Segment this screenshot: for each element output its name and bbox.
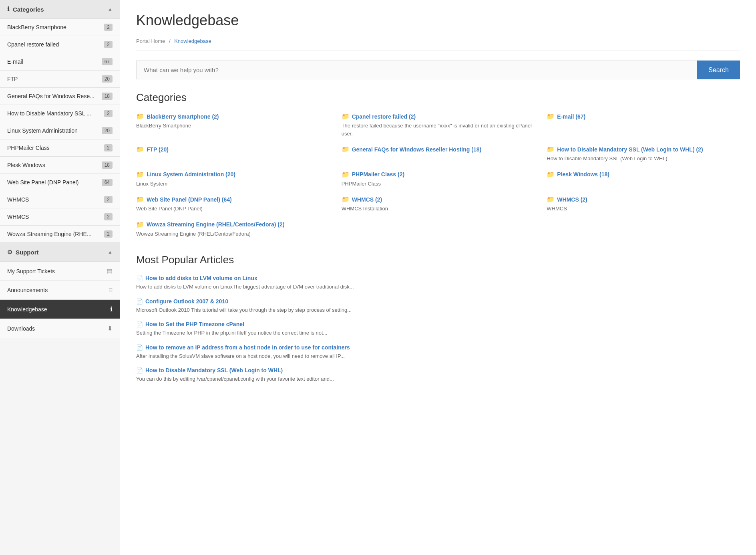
category-desc: PHPMailer Class — [342, 180, 535, 188]
category-title[interactable]: 📁 Wowza Streaming Engine (RHEL/Centos/Fe… — [136, 221, 330, 228]
main-category-card: 📁 PHPMailer Class (2) PHPMailer Class — [342, 171, 535, 188]
sidebar-cat-count: 2 — [104, 144, 113, 151]
breadcrumb-home[interactable]: Portal Home — [136, 38, 165, 44]
sidebar-cat-label: Cpanel restore failed — [7, 41, 59, 48]
sidebar-cat-label: FTP — [7, 76, 18, 82]
category-title[interactable]: 📁 FTP (20) — [136, 145, 330, 153]
main-categories-grid: 📁 BlackBerry Smartphone (2) BlackBerry S… — [136, 113, 740, 238]
folder-icon: 📁 — [136, 196, 144, 203]
main-category-card: 📁 Plesk Windows (18) — [547, 171, 740, 188]
sidebar-support-header[interactable]: ⊙ Support ▲ — [0, 243, 120, 262]
category-title[interactable]: 📁 WHMCS (2) — [547, 196, 740, 203]
article-title[interactable]: 📄 How to Disable Mandatory SSL (Web Logi… — [136, 367, 740, 373]
sidebar-category-item[interactable]: Linux System Administration 20 — [0, 122, 120, 139]
sidebar-support-item-my-support-tickets[interactable]: My Support Tickets ▤ — [0, 262, 120, 281]
sidebar-category-item[interactable]: E-mail 67 — [0, 53, 120, 71]
sidebar-category-item[interactable]: FTP 20 — [0, 71, 120, 88]
sidebar-category-item[interactable]: PHPMailer Class 2 — [0, 139, 120, 157]
support-item-icon: ≡ — [109, 287, 113, 294]
sidebar-cat-count: 2 — [104, 196, 113, 203]
category-title[interactable]: 📁 Web Site Panel (DNP Panel) (64) — [136, 196, 330, 203]
support-header-label: Support — [16, 249, 39, 256]
main-content: Knowledgebase Portal Home / Knowledgebas… — [120, 0, 756, 555]
sidebar-cat-count: 18 — [102, 93, 113, 100]
search-input[interactable] — [136, 61, 697, 79]
sidebar-category-item[interactable]: Cpanel restore failed 2 — [0, 36, 120, 53]
article-desc: You can do this by editing /var/cpanel/c… — [136, 375, 740, 383]
article-title[interactable]: 📄 How to Set the PHP Timezone cPanel — [136, 321, 740, 327]
article-item: 📄 How to remove an IP address from a hos… — [136, 344, 740, 360]
main-category-card: 📁 Web Site Panel (DNP Panel) (64) Web Si… — [136, 196, 330, 213]
category-title[interactable]: 📁 BlackBerry Smartphone (2) — [136, 113, 330, 120]
category-title[interactable]: 📁 Linux System Administration (20) — [136, 171, 330, 178]
document-icon: 📄 — [136, 367, 143, 373]
search-button[interactable]: Search — [697, 61, 740, 79]
category-title[interactable]: 📁 Cpanel restore failed (2) — [342, 113, 535, 120]
sidebar-category-item[interactable]: WHMCS 2 — [0, 191, 120, 208]
category-title[interactable]: 📁 E-mail (67) — [547, 113, 740, 120]
article-title[interactable]: 📄 Configure Outlook 2007 & 2010 — [136, 298, 740, 305]
breadcrumb: Portal Home / Knowledgebase — [136, 38, 740, 50]
sidebar-category-item[interactable]: How to Disable Mandatory SSL ... 2 — [0, 105, 120, 122]
article-desc: Setting the Timezone for PHP in the php.… — [136, 329, 740, 337]
sidebar-cat-label: E-mail — [7, 59, 23, 65]
category-desc: WHMCS Installation — [342, 205, 535, 213]
article-title[interactable]: 📄 How to add disks to LVM volume on Linu… — [136, 275, 740, 281]
sidebar-cat-label: How to Disable Mandatory SSL ... — [7, 110, 91, 117]
sidebar-support-item-announcements[interactable]: Announcements ≡ — [0, 281, 120, 300]
category-title[interactable]: 📁 Plesk Windows (18) — [547, 171, 740, 178]
category-title[interactable]: 📁 PHPMailer Class (2) — [342, 171, 535, 178]
category-desc: BlackBerry Smartphone — [136, 122, 330, 130]
category-title[interactable]: 📁 General FAQs for Windows Reseller Host… — [342, 145, 535, 153]
sidebar-category-item[interactable]: WHMCS 2 — [0, 208, 120, 226]
folder-icon: 📁 — [342, 113, 350, 120]
article-desc: How to add disks to LVM volume on LinuxT… — [136, 283, 740, 291]
sidebar-support-list: My Support Tickets ▤ Announcements ≡ Kno… — [0, 262, 120, 338]
main-category-card: 📁 BlackBerry Smartphone (2) BlackBerry S… — [136, 113, 330, 137]
sidebar-category-item[interactable]: BlackBerry Smartphone 2 — [0, 19, 120, 36]
sidebar-cat-label: Web Site Panel (DNP Panel) — [7, 179, 78, 186]
document-icon: 📄 — [136, 321, 143, 327]
sidebar-cat-label: WHMCS — [7, 214, 29, 220]
category-title[interactable]: 📁 How to Disable Mandatory SSL (Web Logi… — [547, 145, 740, 153]
chevron-up-icon-support: ▲ — [108, 249, 113, 255]
page-title: Knowledgebase — [136, 12, 740, 29]
sidebar-cat-label: PHPMailer Class — [7, 145, 50, 151]
sidebar-cat-label: WHMCS — [7, 196, 29, 203]
support-item-icon: ℹ — [110, 305, 113, 313]
sidebar-category-item[interactable]: Plesk Windows 18 — [0, 157, 120, 174]
document-icon: 📄 — [136, 344, 143, 351]
support-item-label: My Support Tickets — [7, 268, 55, 274]
sidebar-cat-count: 2 — [104, 24, 113, 31]
chevron-up-icon: ▲ — [108, 6, 113, 12]
main-category-card: 📁 FTP (20) — [136, 145, 330, 163]
sidebar-category-item[interactable]: Wowza Streaming Engine (RHE... 2 — [0, 226, 120, 243]
category-desc: Web Site Panel (DNP Panel) — [136, 205, 330, 213]
support-item-icon: ▤ — [107, 267, 113, 275]
sidebar-categories-list: BlackBerry Smartphone 2 Cpanel restore f… — [0, 19, 120, 243]
sidebar-categories-header[interactable]: ℹ Categories ▲ — [0, 0, 120, 19]
main-category-card: 📁 Linux System Administration (20) Linux… — [136, 171, 330, 188]
main-category-card: 📁 E-mail (67) — [547, 113, 740, 137]
sidebar-category-item[interactable]: Web Site Panel (DNP Panel) 64 — [0, 174, 120, 191]
breadcrumb-current[interactable]: Knowledgebase — [174, 38, 211, 44]
sidebar-cat-count: 2 — [104, 213, 113, 220]
info-icon: ℹ — [7, 6, 10, 13]
sidebar-cat-count: 18 — [102, 161, 113, 169]
sidebar-cat-count: 20 — [102, 127, 113, 134]
category-desc: WHMCS — [547, 205, 740, 213]
sidebar-support-item-knowledgebase[interactable]: Knowledgebase ℹ — [0, 300, 120, 319]
sidebar-category-item[interactable]: General FAQs for Windows Rese... 18 — [0, 88, 120, 105]
category-title[interactable]: 📁 WHMCS (2) — [342, 196, 535, 203]
sidebar-cat-label: Linux System Administration — [7, 127, 78, 134]
article-title[interactable]: 📄 How to remove an IP address from a hos… — [136, 344, 740, 351]
category-desc: Wowza Streaming Engine (RHEL/Centos/Fedo… — [136, 230, 330, 238]
support-item-label: Knowledgebase — [7, 306, 47, 313]
sidebar-cat-count: 67 — [102, 58, 113, 65]
categories-section-title: Categories — [136, 91, 740, 104]
folder-icon: 📁 — [136, 113, 144, 120]
article-item: 📄 How to add disks to LVM volume on Linu… — [136, 275, 740, 291]
article-item: 📄 How to Set the PHP Timezone cPanel Set… — [136, 321, 740, 337]
main-articles-list: 📄 How to add disks to LVM volume on Linu… — [136, 275, 740, 383]
sidebar-support-item-downloads[interactable]: Downloads ⬇ — [0, 319, 120, 338]
